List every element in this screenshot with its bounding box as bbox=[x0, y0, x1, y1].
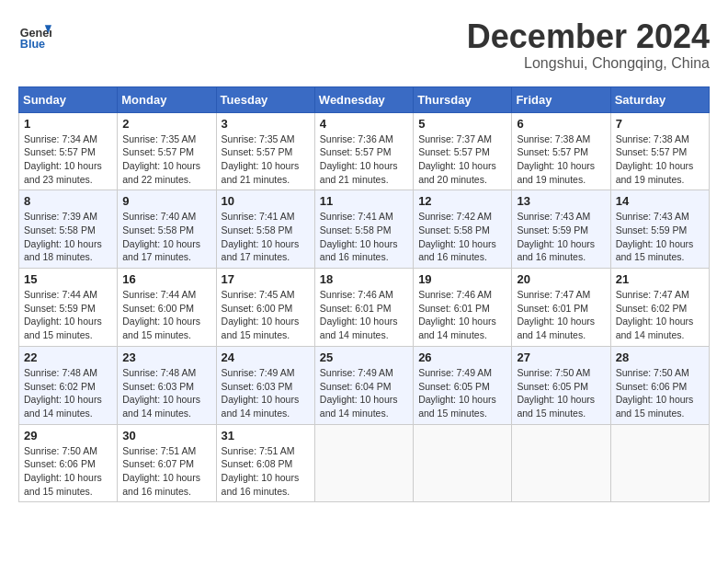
day-cell-2: 2 Sunrise: 7:35 AM Sunset: 5:57 PM Dayli… bbox=[118, 112, 216, 190]
day-cell-16: 16 Sunrise: 7:44 AM Sunset: 6:00 PM Dayl… bbox=[118, 269, 216, 347]
day-cell-5: 5 Sunrise: 7:37 AM Sunset: 5:57 PM Dayli… bbox=[414, 112, 512, 190]
day-number: 14 bbox=[616, 194, 704, 208]
page-header: General Blue December 2024 Longshui, Cho… bbox=[18, 18, 710, 72]
day-cell-17: 17 Sunrise: 7:45 AM Sunset: 6:00 PM Dayl… bbox=[216, 269, 314, 347]
day-info: Sunrise: 7:49 AM Sunset: 6:04 PM Dayligh… bbox=[320, 366, 408, 420]
day-info: Sunrise: 7:51 AM Sunset: 6:07 PM Dayligh… bbox=[122, 444, 210, 499]
day-cell-29: 29 Sunrise: 7:50 AM Sunset: 6:06 PM Dayl… bbox=[19, 424, 118, 502]
day-info: Sunrise: 7:51 AM Sunset: 6:08 PM Dayligh… bbox=[222, 444, 310, 499]
calendar-week-1: 1 Sunrise: 7:34 AM Sunset: 5:57 PM Dayli… bbox=[19, 112, 710, 190]
day-cell-3: 3 Sunrise: 7:35 AM Sunset: 5:57 PM Dayli… bbox=[216, 112, 314, 190]
day-info: Sunrise: 7:45 AM Sunset: 6:00 PM Dayligh… bbox=[222, 288, 310, 342]
day-cell-4: 4 Sunrise: 7:36 AM Sunset: 5:57 PM Dayli… bbox=[314, 112, 413, 190]
day-cell-27: 27 Sunrise: 7:50 AM Sunset: 6:05 PM Dayl… bbox=[512, 346, 610, 424]
day-cell-28: 28 Sunrise: 7:50 AM Sunset: 6:06 PM Dayl… bbox=[610, 346, 709, 424]
day-number: 20 bbox=[517, 272, 605, 286]
day-info: Sunrise: 7:44 AM Sunset: 5:59 PM Dayligh… bbox=[24, 288, 112, 342]
day-number: 4 bbox=[320, 117, 408, 131]
day-cell-18: 18 Sunrise: 7:46 AM Sunset: 6:01 PM Dayl… bbox=[314, 269, 413, 347]
day-info: Sunrise: 7:36 AM Sunset: 5:57 PM Dayligh… bbox=[320, 132, 408, 187]
day-number: 31 bbox=[222, 429, 310, 442]
day-number: 15 bbox=[24, 272, 112, 286]
day-number: 29 bbox=[24, 429, 112, 442]
day-number: 13 bbox=[517, 194, 605, 208]
day-cell-6: 6 Sunrise: 7:38 AM Sunset: 5:57 PM Dayli… bbox=[512, 112, 610, 190]
day-number: 27 bbox=[517, 350, 605, 364]
day-number: 21 bbox=[616, 272, 704, 286]
day-number: 28 bbox=[616, 350, 704, 364]
day-number: 23 bbox=[122, 350, 210, 364]
day-number: 2 bbox=[122, 117, 210, 131]
day-cell-12: 12 Sunrise: 7:42 AM Sunset: 5:58 PM Dayl… bbox=[414, 190, 512, 269]
day-number: 24 bbox=[222, 350, 310, 364]
day-info: Sunrise: 7:50 AM Sunset: 6:06 PM Dayligh… bbox=[24, 444, 112, 499]
day-cell-22: 22 Sunrise: 7:48 AM Sunset: 6:02 PM Dayl… bbox=[19, 346, 118, 424]
day-info: Sunrise: 7:47 AM Sunset: 6:02 PM Dayligh… bbox=[616, 288, 704, 342]
day-cell-14: 14 Sunrise: 7:43 AM Sunset: 5:59 PM Dayl… bbox=[610, 190, 709, 269]
day-info: Sunrise: 7:40 AM Sunset: 5:58 PM Dayligh… bbox=[122, 210, 210, 264]
day-number: 3 bbox=[222, 117, 310, 131]
day-number: 5 bbox=[418, 117, 506, 131]
day-cell-24: 24 Sunrise: 7:49 AM Sunset: 6:03 PM Dayl… bbox=[216, 346, 314, 424]
calendar-header-row: Sunday Monday Tuesday Wednesday Thursday… bbox=[19, 86, 710, 112]
day-cell-19: 19 Sunrise: 7:46 AM Sunset: 6:01 PM Dayl… bbox=[414, 269, 512, 347]
day-number: 26 bbox=[418, 350, 506, 364]
day-number: 17 bbox=[222, 272, 310, 286]
day-cell-23: 23 Sunrise: 7:48 AM Sunset: 6:03 PM Dayl… bbox=[118, 346, 216, 424]
day-info: Sunrise: 7:50 AM Sunset: 6:06 PM Dayligh… bbox=[616, 366, 704, 420]
day-info: Sunrise: 7:38 AM Sunset: 5:57 PM Dayligh… bbox=[517, 132, 605, 187]
day-number: 25 bbox=[320, 350, 408, 364]
day-info: Sunrise: 7:46 AM Sunset: 6:01 PM Dayligh… bbox=[320, 288, 408, 342]
day-cell-30: 30 Sunrise: 7:51 AM Sunset: 6:07 PM Dayl… bbox=[118, 424, 216, 502]
day-info: Sunrise: 7:34 AM Sunset: 5:57 PM Dayligh… bbox=[24, 132, 112, 187]
calendar-week-4: 22 Sunrise: 7:48 AM Sunset: 6:02 PM Dayl… bbox=[19, 346, 710, 424]
location: Longshui, Chongqing, China bbox=[467, 55, 710, 72]
header-monday: Monday bbox=[118, 86, 216, 112]
month-title: December 2024 bbox=[467, 18, 710, 55]
day-info: Sunrise: 7:43 AM Sunset: 5:59 PM Dayligh… bbox=[616, 210, 704, 264]
logo-icon: General Blue bbox=[18, 18, 51, 52]
day-cell-8: 8 Sunrise: 7:39 AM Sunset: 5:58 PM Dayli… bbox=[19, 190, 118, 269]
day-info: Sunrise: 7:41 AM Sunset: 5:58 PM Dayligh… bbox=[320, 210, 408, 264]
header-tuesday: Tuesday bbox=[216, 86, 314, 112]
header-sunday: Sunday bbox=[19, 86, 118, 112]
empty-cell bbox=[512, 424, 610, 502]
calendar-week-2: 8 Sunrise: 7:39 AM Sunset: 5:58 PM Dayli… bbox=[19, 190, 710, 269]
day-number: 12 bbox=[418, 194, 506, 208]
header-friday: Friday bbox=[512, 86, 610, 112]
day-cell-15: 15 Sunrise: 7:44 AM Sunset: 5:59 PM Dayl… bbox=[19, 269, 118, 347]
day-number: 10 bbox=[222, 194, 310, 208]
day-info: Sunrise: 7:35 AM Sunset: 5:57 PM Dayligh… bbox=[122, 132, 210, 187]
day-info: Sunrise: 7:39 AM Sunset: 5:58 PM Dayligh… bbox=[24, 210, 112, 264]
day-info: Sunrise: 7:43 AM Sunset: 5:59 PM Dayligh… bbox=[517, 210, 605, 264]
day-number: 30 bbox=[122, 429, 210, 442]
day-info: Sunrise: 7:37 AM Sunset: 5:57 PM Dayligh… bbox=[418, 132, 506, 187]
day-info: Sunrise: 7:35 AM Sunset: 5:57 PM Dayligh… bbox=[222, 132, 310, 187]
day-cell-7: 7 Sunrise: 7:38 AM Sunset: 5:57 PM Dayli… bbox=[610, 112, 709, 190]
empty-cell bbox=[314, 424, 413, 502]
day-cell-26: 26 Sunrise: 7:49 AM Sunset: 6:05 PM Dayl… bbox=[414, 346, 512, 424]
day-cell-9: 9 Sunrise: 7:40 AM Sunset: 5:58 PM Dayli… bbox=[118, 190, 216, 269]
day-number: 9 bbox=[122, 194, 210, 208]
day-cell-31: 31 Sunrise: 7:51 AM Sunset: 6:08 PM Dayl… bbox=[216, 424, 314, 502]
day-cell-10: 10 Sunrise: 7:41 AM Sunset: 5:58 PM Dayl… bbox=[216, 190, 314, 269]
day-cell-11: 11 Sunrise: 7:41 AM Sunset: 5:58 PM Dayl… bbox=[314, 190, 413, 269]
day-info: Sunrise: 7:50 AM Sunset: 6:05 PM Dayligh… bbox=[517, 366, 605, 420]
day-cell-13: 13 Sunrise: 7:43 AM Sunset: 5:59 PM Dayl… bbox=[512, 190, 610, 269]
day-info: Sunrise: 7:48 AM Sunset: 6:03 PM Dayligh… bbox=[122, 366, 210, 420]
day-info: Sunrise: 7:44 AM Sunset: 6:00 PM Dayligh… bbox=[122, 288, 210, 342]
day-number: 11 bbox=[320, 194, 408, 208]
day-number: 16 bbox=[122, 272, 210, 286]
logo: General Blue bbox=[18, 18, 51, 52]
day-cell-20: 20 Sunrise: 7:47 AM Sunset: 6:01 PM Dayl… bbox=[512, 269, 610, 347]
day-info: Sunrise: 7:49 AM Sunset: 6:03 PM Dayligh… bbox=[222, 366, 310, 420]
day-number: 8 bbox=[24, 194, 112, 208]
day-info: Sunrise: 7:38 AM Sunset: 5:57 PM Dayligh… bbox=[616, 132, 704, 187]
calendar-table: Sunday Monday Tuesday Wednesday Thursday… bbox=[18, 86, 710, 503]
calendar-week-5: 29 Sunrise: 7:50 AM Sunset: 6:06 PM Dayl… bbox=[19, 424, 710, 502]
day-info: Sunrise: 7:41 AM Sunset: 5:58 PM Dayligh… bbox=[222, 210, 310, 264]
header-wednesday: Wednesday bbox=[314, 86, 413, 112]
day-cell-25: 25 Sunrise: 7:49 AM Sunset: 6:04 PM Dayl… bbox=[314, 346, 413, 424]
day-number: 19 bbox=[418, 272, 506, 286]
day-cell-21: 21 Sunrise: 7:47 AM Sunset: 6:02 PM Dayl… bbox=[610, 269, 709, 347]
